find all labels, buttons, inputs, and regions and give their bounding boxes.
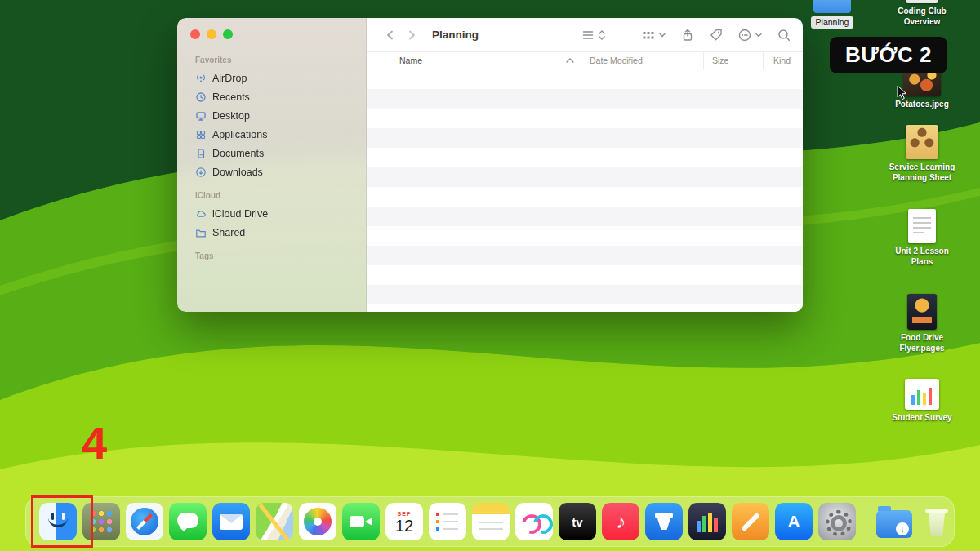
dock: SEP 12 tv ♪ A ↓	[25, 496, 955, 547]
group-grid-icon	[641, 28, 656, 42]
downloads-folder-dock-icon[interactable]: ↓	[876, 510, 912, 538]
keynote-dock-icon[interactable]	[645, 503, 683, 540]
applications-icon	[195, 129, 207, 140]
finder-sidebar: Favorites AirDrop Recents Desktop Applic…	[177, 18, 367, 312]
sidebar-item-documents[interactable]: Documents	[189, 144, 358, 162]
sidebar-item-label: Shared	[212, 227, 245, 238]
sidebar-item-label: Recents	[212, 91, 250, 103]
chevron-left-icon	[383, 28, 398, 42]
chevron-down-icon	[658, 31, 666, 39]
finder-dock-icon[interactable]	[39, 503, 77, 540]
desktop-item-label: Unit 2 Lesson Plans	[885, 247, 959, 267]
calendar-dock-icon[interactable]: SEP 12	[385, 503, 423, 540]
desktop-item-coding-club[interactable]: Coding Club Overview	[885, 0, 959, 27]
apple-tv-dock-icon[interactable]: tv	[559, 503, 596, 540]
more-options-button[interactable]	[737, 28, 763, 42]
trash-dock-icon[interactable]	[918, 503, 956, 540]
sidebar-item-label: Desktop	[212, 110, 250, 122]
document-thumbnail-icon	[905, 379, 939, 410]
desktop-icon	[195, 110, 207, 122]
column-label: Name	[399, 56, 422, 65]
download-arrow-icon: ↓	[896, 522, 909, 535]
toolbar-actions	[581, 28, 791, 42]
dock-divider	[866, 503, 866, 540]
sidebar-item-downloads[interactable]: Downloads	[189, 162, 358, 181]
document-thumbnail-icon	[906, 125, 938, 159]
tag-button[interactable]	[709, 28, 724, 42]
list-view-icon	[581, 28, 595, 42]
desktop-item-unit2-lesson-plans[interactable]: Unit 2 Lesson Plans	[885, 209, 959, 267]
step-number-annotation: 4	[82, 416, 107, 469]
minimize-button[interactable]	[207, 29, 216, 39]
chevron-right-icon	[404, 28, 419, 42]
desktop-item-food-drive-flyer[interactable]: Food Drive Flyer.pages	[885, 294, 959, 353]
shared-folder-icon	[195, 227, 207, 238]
document-thumbnail-icon	[906, 0, 938, 3]
freeform-dock-icon[interactable]	[515, 503, 553, 540]
settings-dock-icon[interactable]	[818, 503, 856, 540]
zoom-button[interactable]	[223, 29, 233, 39]
sidebar-item-airdrop[interactable]: AirDrop	[189, 69, 358, 87]
window-title: Planning	[432, 29, 479, 41]
documents-icon	[195, 148, 207, 159]
sidebar-item-desktop[interactable]: Desktop	[189, 106, 358, 125]
mouse-cursor	[897, 85, 908, 101]
document-thumbnail-icon	[908, 209, 936, 243]
photos-dock-icon[interactable]	[299, 503, 336, 540]
app-store-dock-icon[interactable]: A	[775, 503, 813, 540]
sidebar-item-shared[interactable]: Shared	[189, 223, 358, 242]
column-label: Date Modified	[590, 56, 643, 65]
desktop-item-student-survey[interactable]: Student Survey	[885, 379, 959, 424]
column-header-date-modified[interactable]: Date Modified	[581, 52, 704, 69]
pencil-app-dock-icon[interactable]	[732, 503, 769, 540]
notes-dock-icon[interactable]	[472, 503, 510, 540]
cloud-icon	[195, 208, 207, 220]
desktop-item-service-learning[interactable]: Service Learning Planning Sheet	[885, 125, 959, 183]
finder-window: Favorites AirDrop Recents Desktop Applic…	[177, 18, 803, 312]
window-controls	[189, 29, 358, 39]
calendar-month-label: SEP	[397, 511, 411, 517]
view-style-button[interactable]	[581, 28, 606, 42]
column-header-kind[interactable]: Kind	[764, 52, 803, 69]
facetime-dock-icon[interactable]	[342, 503, 380, 540]
messages-dock-icon[interactable]	[169, 503, 207, 540]
desktop-item-label: Service Learning Planning Sheet	[885, 162, 959, 183]
document-thumbnail-icon	[907, 294, 937, 330]
calendar-day-label: 12	[395, 517, 413, 535]
search-button[interactable]	[777, 28, 791, 42]
back-button[interactable]	[383, 28, 398, 42]
maps-dock-icon[interactable]	[256, 503, 293, 540]
sidebar-item-label: Downloads	[212, 167, 263, 178]
tv-glyph: tv	[572, 515, 582, 529]
close-button[interactable]	[190, 29, 200, 39]
sidebar-item-label: Applications	[212, 129, 267, 140]
folder-icon	[813, 0, 851, 13]
column-headers: Name Date Modified Size Kind	[367, 51, 803, 69]
ellipsis-circle-icon	[737, 28, 752, 42]
sidebar-item-label: Documents	[212, 148, 264, 159]
sidebar-item-recents[interactable]: Recents	[189, 87, 358, 106]
sidebar-item-icloud-drive[interactable]: iCloud Drive	[189, 204, 358, 223]
desktop: Planning Coding Club Overview Potatoes.j…	[0, 0, 980, 551]
music-dock-icon[interactable]: ♪	[602, 503, 639, 540]
tag-icon	[709, 28, 724, 42]
mail-dock-icon[interactable]	[212, 503, 250, 540]
desktop-item-planning-folder[interactable]: Planning	[795, 0, 869, 29]
desktop-item-label: Planning	[811, 16, 854, 29]
desktop-item-label: Food Drive Flyer.pages	[885, 333, 959, 353]
sort-ascending-icon	[566, 58, 574, 63]
share-button[interactable]	[680, 28, 695, 42]
desktop-item-label: Coding Club Overview	[885, 7, 959, 27]
search-icon	[777, 28, 791, 42]
sidebar-item-applications[interactable]: Applications	[189, 125, 358, 144]
analytics-dock-icon[interactable]	[688, 503, 726, 540]
group-by-button[interactable]	[641, 28, 666, 42]
column-header-size[interactable]: Size	[704, 52, 764, 69]
column-label: Size	[712, 56, 728, 65]
safari-dock-icon[interactable]	[126, 503, 163, 540]
reminders-dock-icon[interactable]	[429, 503, 466, 540]
launchpad-dock-icon[interactable]	[82, 503, 120, 540]
forward-button[interactable]	[404, 28, 419, 42]
column-label: Kind	[773, 56, 791, 65]
column-header-name[interactable]: Name	[367, 52, 581, 69]
